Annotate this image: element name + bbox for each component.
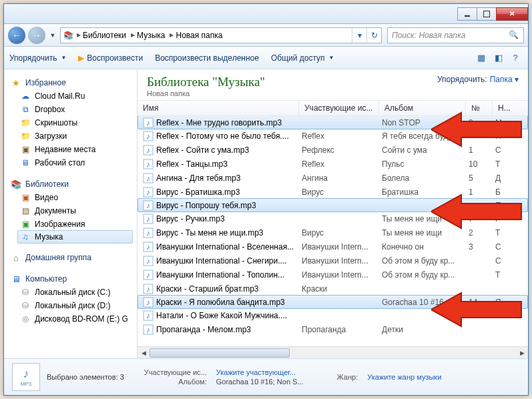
- file-row[interactable]: ♪Иванушки International - Снегири....Ива…: [138, 254, 528, 268]
- file-artist: Вирус: [302, 228, 382, 238]
- file-row[interactable]: ♪Краски - Старший брат.mp3Краски: [138, 282, 528, 296]
- sidebar-item-docs[interactable]: ▤Документы: [13, 204, 137, 218]
- file-artist: Рефлекс: [302, 145, 382, 155]
- file-row[interactable]: ♪Reflex - Сойти с ума.mp3РефлексСойти с …: [138, 143, 528, 157]
- sidebar-item-video[interactable]: ▣Видео: [13, 191, 137, 204]
- file-n: Т: [495, 228, 515, 238]
- file-row[interactable]: ♪Ангина - Для тебя.mp3АнгинаБолела5Д: [138, 171, 528, 185]
- file-album: Ты меня не ищи: [382, 228, 469, 238]
- file-row[interactable]: ♪Вирус - Братишка.mp3ВирусБратишка1Б: [138, 185, 528, 199]
- minimize-button[interactable]: [457, 7, 477, 21]
- sidebar-item-cloud[interactable]: ☁Cloud Mail.Ru: [13, 89, 137, 103]
- scrollbar-thumb[interactable]: [150, 348, 290, 358]
- breadcrumb-seg[interactable]: Новая папка: [176, 31, 222, 40]
- sidebar-item-diskc[interactable]: ⛁Локальный диск (C:): [13, 286, 137, 299]
- main-pane: Библиотека "Музыка" Новая папка Упорядоч…: [138, 69, 528, 358]
- details-genre-value[interactable]: Укажите жанр музыки: [367, 373, 441, 381]
- share-button[interactable]: Общий доступ▼: [271, 53, 334, 63]
- file-row[interactable]: ♪Пропаганда - Мелом.mp3ПропагандаДетки: [138, 322, 528, 336]
- file-name: Вирус - Братишка.mp3: [156, 187, 302, 197]
- file-name: Краски - Старший брат.mp3: [156, 284, 302, 294]
- column-headers[interactable]: Имя Участвующие ис... Альбом № Н...: [138, 100, 528, 116]
- file-row[interactable]: ♪Иванушки International - Вселенная...Ив…: [138, 240, 528, 254]
- sidebar-computer[interactable]: 🖥Компьютер: [4, 272, 137, 286]
- svg-text:♪: ♪: [146, 271, 150, 279]
- sidebar-item-downloads[interactable]: 📁Загрузки: [13, 129, 137, 143]
- details-selection-count: Выбрано элементов: 3: [47, 373, 124, 381]
- file-artist: Иванушки Intern...: [302, 270, 382, 280]
- organize-button[interactable]: Упорядочить▼: [9, 53, 66, 63]
- nav-history-dropdown[interactable]: ▼: [48, 27, 57, 44]
- sidebar-homegroup[interactable]: ⌂Домашняя группа: [4, 251, 137, 264]
- navbar: ← → ▼ 📚 ▶Библиотеки ▶Музыка ▶Новая папка…: [4, 24, 528, 47]
- music-file-icon: ♪: [143, 256, 154, 266]
- file-album: Болела: [382, 173, 469, 183]
- music-file-icon: ♪: [143, 117, 154, 128]
- music-file-icon: ♪: [143, 324, 154, 335]
- file-name: Вирус - Попрошу тебя.mp3: [156, 201, 302, 210]
- file-album: Об этом я буду кр...: [382, 270, 469, 280]
- sidebar-favorites[interactable]: ★Избранное: [4, 76, 137, 89]
- svg-text:♪: ♪: [146, 326, 150, 334]
- close-button[interactable]: [496, 7, 528, 21]
- file-row[interactable]: ♪Натали - О Боже Какой Мужчина....: [138, 308, 528, 322]
- sidebar-item-desktop[interactable]: 🖥Рабочий стол: [13, 156, 137, 169]
- music-file-icon: ♪: [143, 284, 154, 294]
- sidebar-item-bd[interactable]: ◎Дисковод BD-ROM (E:) G: [13, 312, 137, 326]
- refresh-icon[interactable]: ↻: [366, 28, 381, 43]
- play-selected-button[interactable]: Воспроизвести выделенное: [155, 53, 259, 63]
- file-track: 1: [469, 187, 495, 197]
- file-row[interactable]: ♪Reflex - Потому что не было тебя....Ref…: [138, 129, 528, 143]
- file-row[interactable]: ♪Краски - Я полюбила бандита.mp3Gorachaa…: [138, 295, 528, 309]
- file-artist: Reflex: [302, 131, 382, 141]
- sidebar-item-dropbox[interactable]: ⧉Dropbox: [13, 103, 137, 116]
- search-icon[interactable]: 🔍: [509, 30, 519, 41]
- scroll-right-icon[interactable]: ▶: [516, 347, 528, 358]
- nav-back-button[interactable]: ←: [8, 27, 25, 44]
- file-name: Ангина - Для тебя.mp3: [156, 173, 302, 183]
- help-icon[interactable]: ?: [508, 53, 523, 63]
- address-dropdown-icon[interactable]: ▾: [352, 28, 366, 43]
- details-genre-label: Жанр:: [337, 373, 358, 381]
- sidebar-item-diskd[interactable]: ⛁Локальный диск (D:): [13, 299, 137, 312]
- breadcrumb-seg[interactable]: Библиотеки: [83, 31, 126, 40]
- sidebar-item-recent[interactable]: ▣Недавние места: [13, 143, 137, 156]
- file-name: Иванушки International - Вселенная...: [156, 242, 302, 252]
- sidebar-item-screenshots[interactable]: 📁Скриншоты: [13, 116, 137, 129]
- nav-forward-button[interactable]: →: [28, 27, 45, 44]
- preview-pane-icon[interactable]: ◧: [491, 53, 506, 63]
- search-placeholder: Поиск: Новая папка: [392, 31, 465, 40]
- svg-text:♪: ♪: [146, 298, 150, 306]
- file-name: Reflex - Мне трудно говорить.mp3: [156, 118, 302, 127]
- col-name: Имя: [138, 101, 299, 115]
- sort-dropdown[interactable]: Папка ▾: [490, 75, 519, 84]
- scroll-left-icon[interactable]: ◀: [138, 347, 150, 358]
- details-album-value[interactable]: Gorachaa 10 #16; Non S...: [216, 378, 304, 386]
- file-list[interactable]: ♪Reflex - Мне трудно говорить.mp3Non STO…: [138, 116, 528, 346]
- sidebar-libraries[interactable]: 📚Библиотеки: [4, 177, 137, 191]
- file-row[interactable]: ♪Вирус - Ты меня не ищи.mp3ВирусТы меня …: [138, 226, 528, 240]
- file-name: Пропаганда - Мелом.mp3: [156, 325, 302, 334]
- details-artists-value[interactable]: Укажите участвующег...: [216, 368, 304, 376]
- breadcrumb-seg[interactable]: Музыка: [137, 31, 165, 40]
- file-n: Я: [495, 298, 515, 307]
- sidebar-item-music[interactable]: ♫Музыка: [17, 230, 133, 244]
- horizontal-scrollbar[interactable]: ◀ ▶: [138, 346, 528, 358]
- search-input[interactable]: Поиск: Новая папка 🔍: [387, 27, 524, 43]
- file-row[interactable]: ♪Вирус - Ручки.mp3Ты меня не ищи7Р: [138, 212, 528, 226]
- maximize-button[interactable]: [477, 7, 497, 21]
- sidebar-item-images[interactable]: ▣Изображения: [13, 218, 137, 231]
- address-bar[interactable]: 📚 ▶Библиотеки ▶Музыка ▶Новая папка ▾ ↻: [60, 27, 382, 43]
- file-album: Я тебя всегда буду ...: [382, 131, 469, 141]
- file-row[interactable]: ♪Иванушки International - Тополин...Иван…: [138, 268, 528, 282]
- play-button[interactable]: ▶Воспроизвести: [78, 53, 143, 63]
- file-n: П: [495, 201, 515, 210]
- svg-text:♪: ♪: [146, 312, 150, 320]
- file-album: Сойти с ума: [382, 145, 469, 155]
- view-options-icon[interactable]: ▦: [474, 53, 489, 63]
- file-row[interactable]: ♪Reflex - Мне трудно говорить.mp3Non STO…: [138, 116, 528, 129]
- file-row[interactable]: ♪Reflex - Танцы.mp3ReflexПульс10Т: [138, 157, 528, 171]
- file-row[interactable]: ♪Вирус - Попрошу тебя.mp3П: [138, 198, 528, 212]
- file-artist: Reflex: [302, 159, 382, 169]
- toolbar: Упорядочить▼ ▶Воспроизвести Воспроизвест…: [4, 47, 528, 69]
